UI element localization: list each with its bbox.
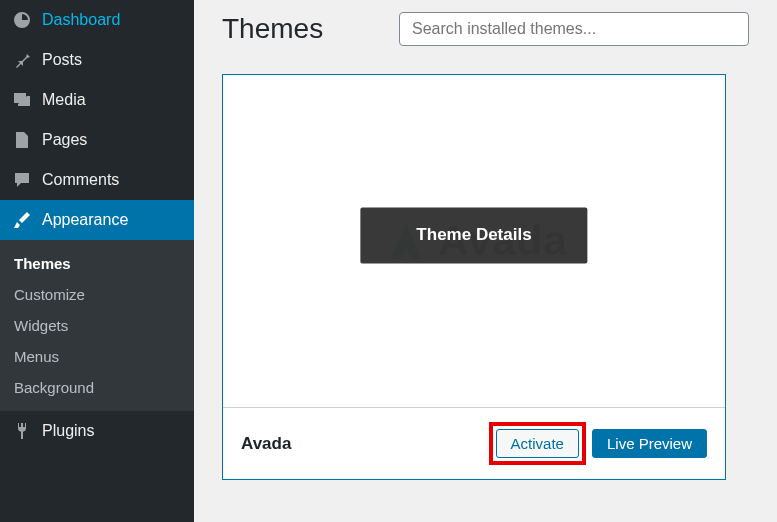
sidebar-item-posts[interactable]: Posts [0,40,194,80]
tutorial-highlight: Activate [489,422,586,465]
pages-icon [12,130,32,150]
sidebar-item-label: Pages [42,131,87,149]
theme-details-overlay[interactable]: Theme Details [360,207,587,263]
submenu-item-widgets[interactable]: Widgets [0,310,194,341]
plug-icon [12,421,32,441]
submenu-item-menus[interactable]: Menus [0,341,194,372]
theme-screenshot[interactable]: Avada Theme Details [223,75,725,407]
sidebar-item-label: Plugins [42,422,94,440]
brush-icon [12,210,32,230]
theme-name: Avada [241,434,291,454]
appearance-submenu: Themes Customize Widgets Menus Backgroun… [0,240,194,411]
sidebar-item-label: Dashboard [42,11,120,29]
sidebar-item-plugins[interactable]: Plugins [0,411,194,451]
theme-footer: Avada Activate Live Preview [223,407,725,479]
live-preview-button[interactable]: Live Preview [592,429,707,458]
sidebar-item-comments[interactable]: Comments [0,160,194,200]
admin-sidebar: Dashboard Posts Media Pages Comments App… [0,0,194,522]
page-title: Themes [222,13,323,45]
sidebar-item-label: Media [42,91,86,109]
submenu-item-background[interactable]: Background [0,372,194,403]
theme-actions: Activate Live Preview [489,422,707,465]
activate-button[interactable]: Activate [496,429,579,458]
pushpin-icon [12,50,32,70]
submenu-item-themes[interactable]: Themes [0,248,194,279]
sidebar-item-pages[interactable]: Pages [0,120,194,160]
sidebar-item-label: Appearance [42,211,128,229]
main-content: Themes Avada Theme Details Avada Activat… [194,0,777,522]
page-header: Themes [222,12,749,46]
theme-card[interactable]: Avada Theme Details Avada Activate Live … [222,74,726,480]
sidebar-item-label: Posts [42,51,82,69]
sidebar-item-media[interactable]: Media [0,80,194,120]
media-icon [12,90,32,110]
search-input[interactable] [399,12,749,46]
sidebar-item-appearance[interactable]: Appearance [0,200,194,240]
dashboard-icon [12,10,32,30]
sidebar-item-label: Comments [42,171,119,189]
sidebar-item-dashboard[interactable]: Dashboard [0,0,194,40]
submenu-item-customize[interactable]: Customize [0,279,194,310]
comment-icon [12,170,32,190]
